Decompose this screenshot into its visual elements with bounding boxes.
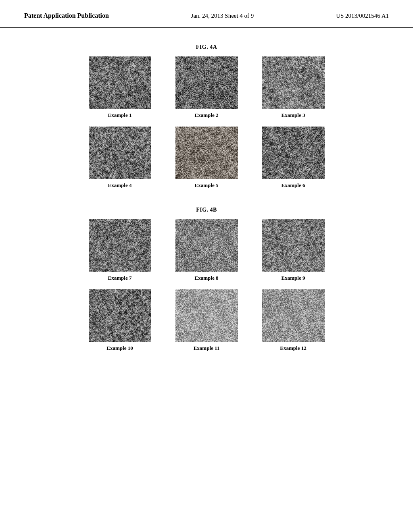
example-9-item: Example 9 xyxy=(262,219,325,281)
example-4-item: Example 4 xyxy=(89,127,151,189)
example-8-image xyxy=(175,219,238,272)
example-12-item: Example 12 xyxy=(262,289,325,351)
example-2-label: Example 2 xyxy=(195,112,219,118)
example-11-item: Example 11 xyxy=(175,289,238,351)
example-11-label: Example 11 xyxy=(194,345,220,351)
example-4-label: Example 4 xyxy=(108,182,132,189)
header-patent-number: US 2013/0021546 A1 xyxy=(336,12,389,19)
example-2-item: Example 2 xyxy=(175,56,238,118)
example-6-image xyxy=(262,127,325,179)
header-date-sheet: Jan. 24, 2013 Sheet 4 of 9 xyxy=(191,12,254,19)
main-content: FIG. 4A Example 1 Example 2 Example 3 Ex… xyxy=(0,28,413,368)
example-8-label: Example 8 xyxy=(195,275,219,281)
example-6-label: Example 6 xyxy=(282,182,305,189)
example-10-label: Example 10 xyxy=(106,345,133,351)
example-5-item: Example 5 xyxy=(175,127,238,189)
example-3-item: Example 3 xyxy=(262,56,325,118)
example-2-image xyxy=(175,56,238,109)
example-8-item: Example 8 xyxy=(175,219,238,281)
figure-4b-grid: Example 7 Example 8 Example 9 Example 10… xyxy=(24,219,389,360)
example-11-image xyxy=(175,289,238,342)
example-1-label: Example 1 xyxy=(108,112,132,118)
figure-4a-row-1: Example 1 Example 2 Example 3 xyxy=(89,56,325,118)
header-title: Patent Application Publication xyxy=(24,12,109,19)
figure-4a-row-2: Example 4 Example 5 Example 6 xyxy=(89,127,325,189)
example-6-item: Example 6 xyxy=(262,127,325,189)
example-10-item: Example 10 xyxy=(89,289,151,351)
figure-4a-title: FIG. 4A xyxy=(196,44,217,50)
example-7-item: Example 7 xyxy=(89,219,151,281)
example-9-label: Example 9 xyxy=(282,275,305,281)
example-5-image xyxy=(175,127,238,179)
figure-4b-row-1: Example 7 Example 8 Example 9 xyxy=(89,219,325,281)
example-7-image xyxy=(89,219,151,272)
example-12-image xyxy=(262,289,325,342)
example-3-label: Example 3 xyxy=(282,112,305,118)
example-1-image xyxy=(89,56,151,109)
example-1-item: Example 1 xyxy=(89,56,151,118)
figure-4b-title: FIG. 4B xyxy=(196,207,217,213)
example-12-label: Example 12 xyxy=(280,345,306,351)
page-header: Patent Application Publication Jan. 24, … xyxy=(0,0,413,28)
figure-4a-grid: Example 1 Example 2 Example 3 Example 4 … xyxy=(24,56,389,197)
example-4-image xyxy=(89,127,151,179)
example-9-image xyxy=(262,219,325,272)
example-3-image xyxy=(262,56,325,109)
figure-4b-row-2: Example 10 Example 11 Example 12 xyxy=(89,289,325,351)
example-7-label: Example 7 xyxy=(108,275,132,281)
example-5-label: Example 5 xyxy=(195,182,219,189)
example-10-image xyxy=(89,289,151,342)
